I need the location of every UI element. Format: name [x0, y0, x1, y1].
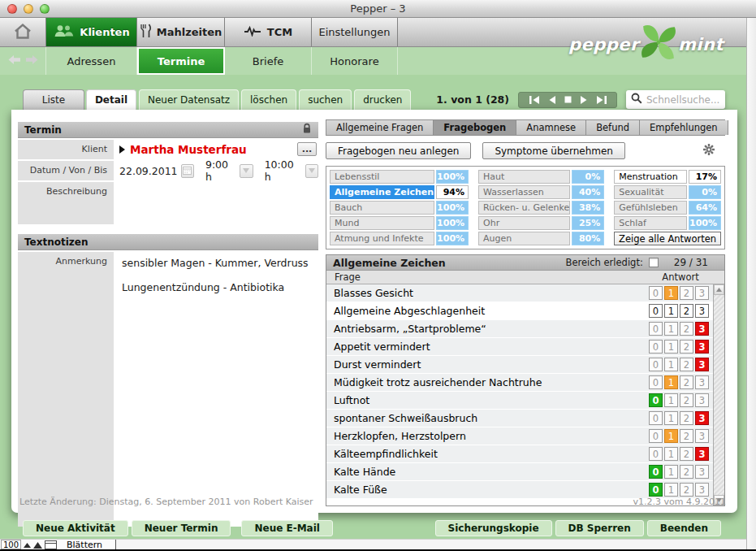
answer-button-2[interactable]: 2 — [680, 286, 693, 300]
answer-button-0[interactable]: 0 — [649, 340, 663, 354]
beenden-button[interactable]: Beenden — [647, 520, 721, 536]
tab-liste[interactable]: Liste — [23, 89, 84, 110]
tab-empfehlungen[interactable]: Empfehlungen — [640, 120, 728, 135]
answer-button-1[interactable]: 1 — [664, 429, 678, 443]
zoom-level[interactable]: 100 — [1, 540, 21, 549]
answer-button-0[interactable]: 0 — [649, 465, 663, 479]
answer-button-2[interactable]: 2 — [680, 322, 693, 336]
mode-label[interactable]: Blättern — [67, 540, 102, 550]
beschreibung-field[interactable] — [114, 182, 318, 224]
answer-button-1[interactable]: 1 — [664, 286, 678, 300]
answer-button-0[interactable]: 0 — [649, 393, 663, 407]
answer-button-3[interactable]: 3 — [695, 286, 709, 300]
answer-button-3[interactable]: 3 — [695, 304, 709, 318]
home-button[interactable] — [0, 18, 46, 46]
answer-button-1[interactable]: 1 — [664, 411, 678, 425]
window-scrollbar[interactable] — [746, 18, 756, 551]
symptome-uebernehmen-button[interactable]: Symptome übernehmen — [482, 142, 625, 159]
answer-button-1[interactable]: 1 — [664, 465, 678, 479]
stop-icon[interactable] — [564, 96, 572, 103]
answer-button-3[interactable]: 3 — [695, 447, 709, 461]
category-allgemeine-zeichen[interactable]: Allgemeine Zeichen94% — [330, 185, 469, 199]
category-wasserlassen[interactable]: Wasserlassen40% — [478, 185, 604, 199]
tab-anamnese[interactable]: Anamnese — [516, 120, 586, 135]
calendar-icon[interactable] — [181, 164, 194, 178]
answer-button-3[interactable]: 3 — [695, 375, 709, 389]
lock-icon[interactable] — [302, 123, 312, 137]
minimize-button[interactable] — [24, 4, 33, 14]
bis-dropdown-icon[interactable] — [305, 164, 318, 178]
category-lebensstil[interactable]: Lebensstil100% — [330, 170, 469, 184]
category-schlaf[interactable]: Schlaf100% — [614, 216, 721, 230]
maximize-button[interactable] — [40, 4, 50, 14]
answer-button-1[interactable]: 1 — [664, 358, 678, 371]
bereich-erledigt-checkbox[interactable] — [649, 258, 659, 267]
expand-arrow-icon[interactable] — [119, 145, 125, 154]
answer-button-1[interactable]: 1 — [664, 322, 678, 336]
tab-allgemeine-fragen[interactable]: Allgemeine Fragen — [326, 120, 434, 135]
category-menstruation[interactable]: Menstruation17% — [614, 170, 721, 184]
answer-button-1[interactable]: 1 — [664, 340, 678, 354]
answer-button-2[interactable]: 2 — [680, 429, 693, 443]
fragebogen-neu-button[interactable]: Fragebogen neu anlegen — [326, 142, 471, 159]
answer-button-0[interactable]: 0 — [649, 411, 663, 425]
answer-button-2[interactable]: 2 — [680, 411, 693, 425]
toolbar-action-neuer-datensatz[interactable]: Neuer Datensatz — [139, 89, 239, 110]
tab-fragebogen[interactable]: Fragebogen — [434, 120, 516, 135]
neuer-termin-button[interactable]: Neuer Termin — [132, 520, 231, 536]
tab-detail[interactable]: Detail — [86, 89, 136, 110]
subnav-adressen[interactable]: Adressen — [46, 47, 137, 75]
answer-button-2[interactable]: 2 — [680, 447, 693, 461]
category-haut[interactable]: Haut0% — [478, 170, 604, 184]
category-ohr[interactable]: Ohr25% — [478, 216, 604, 230]
neue-aktivität-button[interactable]: Neue Aktivität — [23, 520, 128, 536]
scrollbar[interactable] — [713, 284, 724, 505]
next-record-icon[interactable] — [581, 96, 588, 104]
toolbar-action-drucken[interactable]: drucken — [354, 89, 411, 110]
anmerkung-field[interactable]: sensibler Magen - Kummer, Verdruss Lunge… — [114, 252, 318, 527]
datum-value[interactable]: 22.09.2011 — [119, 165, 178, 177]
db-sperren-button[interactable]: DB Sperren — [555, 520, 644, 536]
status-toolbar-toggle-icon[interactable] — [45, 540, 57, 549]
category-mund[interactable]: Mund100% — [330, 216, 469, 230]
zoom-out-icon[interactable] — [24, 542, 31, 548]
answer-button-2[interactable]: 2 — [680, 358, 693, 371]
toolbar-action-suchen[interactable]: suchen — [299, 89, 352, 110]
category-augen[interactable]: Augen80% — [478, 232, 604, 245]
previous-record-icon[interactable] — [548, 96, 555, 104]
answer-button-2[interactable]: 2 — [680, 465, 693, 479]
category-atmung-und-infekte[interactable]: Atmung und Infekte100% — [330, 232, 469, 245]
answer-button-1[interactable]: 1 — [664, 393, 678, 407]
klient-name[interactable]: Martha Musterfrau — [130, 143, 247, 156]
answer-button-3[interactable]: 3 — [695, 465, 709, 479]
nav-einstellungen[interactable]: Einstellungen — [312, 18, 398, 46]
nav-klienten[interactable]: Klienten — [46, 18, 137, 46]
choose-klient-button[interactable]: ... — [297, 142, 317, 156]
bis-value[interactable]: 10:00 h — [265, 158, 302, 183]
answer-button-0[interactable]: 0 — [649, 483, 663, 497]
answer-button-3[interactable]: 3 — [695, 340, 709, 354]
answer-button-1[interactable]: 1 — [664, 375, 678, 389]
close-button[interactable] — [7, 4, 17, 14]
answer-button-3[interactable]: 3 — [695, 411, 709, 425]
answer-button-2[interactable]: 2 — [680, 304, 693, 318]
answer-button-1[interactable]: 1 — [664, 304, 678, 318]
answer-button-0[interactable]: 0 — [649, 429, 663, 443]
answer-button-0[interactable]: 0 — [649, 286, 663, 300]
answer-button-2[interactable]: 2 — [680, 483, 693, 497]
answer-button-0[interactable]: 0 — [649, 304, 663, 318]
gear-icon[interactable] — [702, 143, 715, 158]
category-rücken-u-gelenke[interactable]: Rücken- u. Gelenke38% — [478, 201, 604, 215]
tab-befund[interactable]: Befund — [586, 120, 640, 135]
subnav-termine[interactable]: Termine — [137, 47, 225, 75]
scroll-up-icon[interactable] — [714, 284, 724, 295]
forward-arrow-icon[interactable] — [25, 54, 39, 67]
answer-button-2[interactable]: 2 — [680, 340, 693, 354]
answer-button-3[interactable]: 3 — [695, 393, 709, 407]
nav-mahlzeiten[interactable]: Mahlzeiten — [137, 18, 225, 46]
answer-button-0[interactable]: 0 — [649, 358, 663, 371]
answer-button-1[interactable]: 1 — [664, 447, 678, 461]
answer-button-0[interactable]: 0 — [649, 375, 663, 389]
answer-button-3[interactable]: 3 — [695, 483, 709, 497]
category-bauch[interactable]: Bauch100% — [330, 201, 469, 215]
